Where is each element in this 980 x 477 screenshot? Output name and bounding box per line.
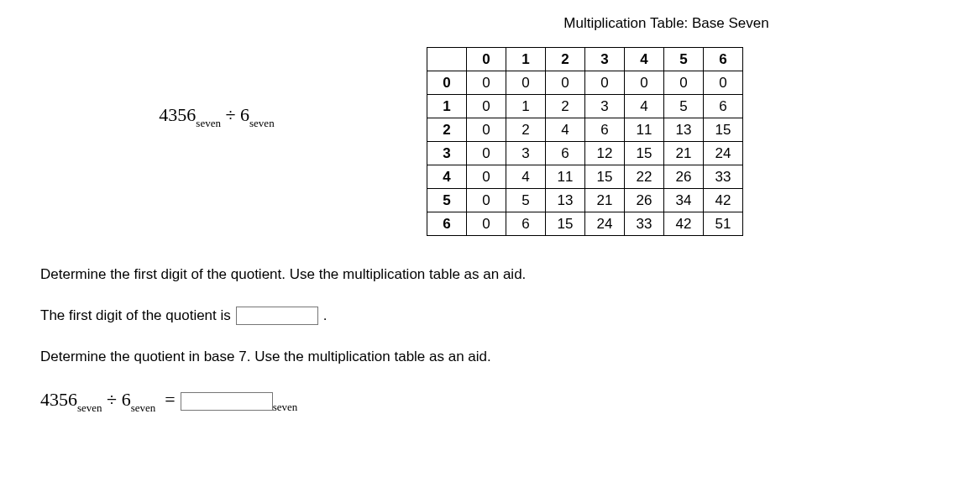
- cell: 51: [704, 212, 743, 236]
- cell: 21: [585, 189, 625, 212]
- col-header: 6: [704, 48, 743, 71]
- equals-sign: =: [165, 389, 175, 410]
- table-caption: Multiplication Table: Base Seven: [376, 15, 956, 32]
- cell: 42: [704, 189, 743, 212]
- cell: 22: [625, 165, 664, 189]
- row-header: 3: [427, 142, 467, 165]
- q-dividend: 4356: [40, 389, 77, 410]
- cell: 33: [704, 165, 743, 189]
- cell: 0: [467, 142, 506, 165]
- cell: 0: [506, 71, 546, 95]
- cell: 0: [625, 71, 664, 95]
- cell: 6: [704, 95, 743, 118]
- cell: 3: [506, 142, 546, 165]
- cell: 15: [585, 165, 625, 189]
- col-header: 2: [546, 48, 585, 71]
- cell: 0: [467, 165, 506, 189]
- cell: 4: [546, 118, 585, 142]
- col-header: 0: [467, 48, 506, 71]
- cell: 0: [664, 71, 704, 95]
- cell: 2: [506, 118, 546, 142]
- row-header: 0: [427, 71, 467, 95]
- cell: 1: [506, 95, 546, 118]
- cell: 6: [506, 212, 546, 236]
- operator: ÷: [225, 104, 235, 125]
- cell: 26: [625, 189, 664, 212]
- q-divisor-base: seven: [131, 401, 156, 414]
- cell: 11: [625, 118, 664, 142]
- cell: 0: [467, 212, 506, 236]
- table-corner: [427, 48, 467, 71]
- first-digit-row: The first digit of the quotient is .: [40, 307, 956, 325]
- cell: 21: [664, 142, 704, 165]
- cell: 0: [467, 71, 506, 95]
- col-header: 1: [506, 48, 546, 71]
- cell: 0: [704, 71, 743, 95]
- cell: 5: [664, 95, 704, 118]
- dividend-base: seven: [196, 117, 221, 129]
- cell: 13: [546, 189, 585, 212]
- cell: 5: [506, 189, 546, 212]
- cell: 42: [664, 212, 704, 236]
- first-digit-input[interactable]: [236, 307, 318, 325]
- row-header: 1: [427, 95, 467, 118]
- col-header: 4: [625, 48, 664, 71]
- first-digit-label: The first digit of the quotient is: [40, 307, 231, 324]
- cell: 33: [625, 212, 664, 236]
- q-divisor: 6: [122, 389, 131, 410]
- cell: 6: [546, 142, 585, 165]
- cell: 3: [585, 95, 625, 118]
- col-header: 3: [585, 48, 625, 71]
- cell: 11: [546, 165, 585, 189]
- cell: 4: [625, 95, 664, 118]
- cell: 24: [585, 212, 625, 236]
- cell: 24: [704, 142, 743, 165]
- divisor-base: seven: [249, 117, 275, 129]
- row-header: 4: [427, 165, 467, 189]
- cell: 15: [704, 118, 743, 142]
- cell: 2: [546, 95, 585, 118]
- q-operator: ÷: [107, 389, 117, 410]
- cell: 0: [467, 189, 506, 212]
- cell: 15: [625, 142, 664, 165]
- prompt-quotient: Determine the quotient in base 7. Use th…: [40, 349, 956, 365]
- cell: 0: [585, 71, 625, 95]
- cell: 6: [585, 118, 625, 142]
- multiplication-table: 0 1 2 3 4 5 6 00000000 10123456 20246111…: [427, 47, 743, 236]
- row-header: 6: [427, 212, 467, 236]
- row-header: 2: [427, 118, 467, 142]
- cell: 0: [467, 95, 506, 118]
- period: .: [323, 307, 328, 324]
- prompt-first-digit: Determine the first digit of the quotien…: [40, 266, 956, 283]
- cell: 0: [546, 71, 585, 95]
- cell: 12: [585, 142, 625, 165]
- cell: 15: [546, 212, 585, 236]
- row-header: 5: [427, 189, 467, 212]
- quotient-row: 4356seven ÷ 6seven = seven: [40, 389, 956, 413]
- cell: 34: [664, 189, 704, 212]
- divisor: 6: [240, 104, 249, 125]
- cell: 0: [467, 118, 506, 142]
- dividend: 4356: [159, 104, 196, 125]
- cell: 4: [506, 165, 546, 189]
- quotient-input[interactable]: [181, 392, 273, 411]
- division-expression: 4356seven ÷ 6seven: [40, 15, 393, 128]
- col-header: 5: [664, 48, 704, 71]
- q-dividend-base: seven: [77, 401, 102, 414]
- cell: 26: [664, 165, 704, 189]
- cell: 13: [664, 118, 704, 142]
- quotient-unit: seven: [273, 401, 298, 414]
